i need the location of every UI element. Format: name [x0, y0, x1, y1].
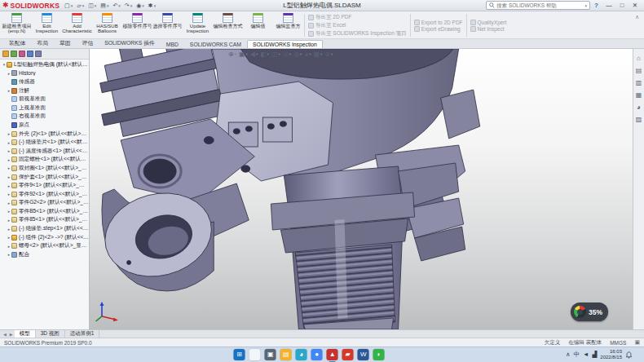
help-search-box[interactable]: ▾ — [486, 1, 590, 10]
propertymanager-tab-icon[interactable] — [11, 51, 17, 57]
search-dropdown-icon[interactable]: ▾ — [585, 3, 588, 8]
tree-component[interactable]: ▸ 零件92<1> (默认<<默认>_显示状态 1>) — [0, 190, 89, 199]
zoom-area-icon[interactable]: ▣▾ — [239, 51, 248, 58]
pane-toggle-icon[interactable]: ▣ — [634, 339, 640, 346]
tree-top-plane[interactable]: 上视基准面 — [0, 104, 89, 113]
close-button[interactable]: ✕ — [629, 0, 642, 11]
update-inspection-button[interactable]: Update Inspection — [183, 12, 213, 38]
open-button[interactable]: ▱▾ — [75, 2, 86, 9]
tree-front-plane[interactable]: 前视基准面 — [0, 95, 89, 104]
browser-button[interactable]: ● — [311, 349, 323, 360]
export-2d-pdf-item[interactable]: 导出至 2D PDF — [308, 14, 407, 21]
tree-history[interactable]: ▸ History — [0, 69, 89, 78]
zoom-fit-icon[interactable]: ⊕▾ — [228, 51, 236, 58]
appearances-icon[interactable]: ◕ — [637, 104, 641, 111]
volume-icon[interactable]: ◄ — [583, 351, 589, 358]
pdf-reader-button[interactable]: ▰ — [342, 349, 354, 360]
configurationmanager-tab-icon[interactable] — [19, 51, 25, 57]
design-library-icon[interactable]: ▤ — [636, 68, 642, 74]
tree-annotations[interactable]: ▸ 注解 — [0, 86, 89, 95]
word-button[interactable]: W — [358, 349, 369, 360]
ime-indicator[interactable]: 中 — [574, 351, 580, 358]
edit-value-button[interactable]: 编辑值 — [243, 12, 273, 38]
tab-assembly[interactable]: 装配体 — [3, 38, 31, 48]
tab-cam[interactable]: SOLIDWORKS CAM — [184, 40, 247, 48]
dimxpertmanager-tab-icon[interactable] — [27, 51, 33, 57]
export-edrawing-item[interactable]: Export eDrawing — [414, 26, 463, 32]
tree-subassembly[interactable]: ▸ (-) 组件 (2)<2> ->? (默认<<默认>_显示状态 1>) — [0, 233, 89, 242]
select-balloons-button[interactable]: 选择零件序号 — [152, 12, 183, 38]
edit-audit-button[interactable]: 编辑监查方 — [273, 12, 303, 38]
tree-sensors[interactable]: 传感器 — [0, 77, 89, 86]
view-orientation-icon[interactable]: ◫▾ — [271, 51, 280, 58]
edge-button[interactable]: ◕ — [296, 349, 307, 360]
tree-component[interactable]: ▸ 零件G2<2> (默认<<默认>_显示状态 1>) — [0, 199, 89, 208]
tree-mates[interactable]: ▸ 配合 — [0, 250, 89, 259]
undo-button[interactable]: ↶▾ — [111, 2, 121, 9]
tab-scroll-right-icon[interactable]: ▶ — [8, 330, 15, 338]
display-style-icon[interactable]: ◎▾ — [283, 51, 291, 58]
taskbar-clock[interactable]: 16:03 2022/8/15 — [600, 349, 622, 360]
previous-view-icon[interactable]: ◀▾ — [250, 51, 258, 58]
rebuild-button[interactable]: ◉▾ — [135, 2, 146, 9]
tree-component[interactable]: ▸ 保护套<1> (默认<<默认>_显示状态 1>) — [0, 173, 89, 182]
help-button[interactable]: ? — [593, 2, 600, 9]
save-button[interactable]: ◫▾ — [86, 2, 98, 9]
edit-inspection-button[interactable]: Edit Inspection — [32, 12, 62, 38]
new-document-button[interactable]: ▢▾ — [63, 2, 74, 9]
edit-appearance-icon[interactable]: ◕▾ — [304, 51, 311, 58]
tree-component[interactable]: ▸ 外壳 (2)<1> (默认<<默认>_显示状态 1>) — [0, 130, 89, 139]
tree-origin[interactable]: 原点 — [0, 121, 89, 130]
custom-properties-icon[interactable]: ▨ — [636, 117, 642, 123]
tree-component[interactable]: ▸ 双封圈<1> (默认<<默认>_显示状态 1>) — [0, 164, 89, 173]
export-inspection-project-item[interactable]: 导出至 SOLIDWORKS Inspection 项目 — [308, 30, 407, 38]
edit-method-button[interactable]: 编辑检查方式 — [213, 12, 243, 38]
maximize-button[interactable]: □ — [615, 0, 629, 11]
model-tab[interactable]: 模型 — [15, 330, 36, 338]
network-icon[interactable]: ▟ — [593, 351, 598, 358]
search-button[interactable]: ○ — [249, 349, 261, 360]
new-inspection-project-button[interactable]: 新建检查项目(emp.N) — [2, 12, 32, 38]
section-view-icon[interactable]: ◧▾ — [260, 51, 269, 58]
file-explorer-button[interactable]: ▤ — [280, 349, 292, 360]
tree-component[interactable]: ▸ 零件85<1> (默认<<默认>_显示状态 1>) — [0, 216, 89, 225]
displaymanager-tab-icon[interactable] — [35, 51, 42, 57]
tree-component[interactable]: ▸ (-) 温度传感器<1> (默认<<默认>_显示状态 1>) — [0, 147, 89, 156]
apply-scene-icon[interactable]: ▦▾ — [313, 51, 322, 58]
tree-component[interactable]: ▸ 固定螺栓<1> (默认<<默认>_显示状态 1>) — [0, 156, 89, 165]
featuremanager-tab-icon[interactable] — [2, 51, 9, 57]
motion-study-tab[interactable]: 运动算例1 — [65, 330, 100, 338]
tab-addins[interactable]: SOLIDWORKS 插件 — [99, 38, 161, 48]
minimize-button[interactable]: — — [602, 0, 615, 11]
net-inspect-item[interactable]: Net Inspect — [470, 26, 507, 32]
solidworks-button[interactable]: ▲ — [327, 349, 338, 360]
hide-show-items-icon[interactable]: ◍▾ — [293, 51, 302, 58]
export-excel-item[interactable]: 导出至 Excel — [308, 22, 407, 29]
view-palette-icon[interactable]: ▦ — [636, 92, 642, 99]
tree-component[interactable]: ▸ 零件9<1> (默认<<默认>_显示状态 1>) — [0, 181, 89, 190]
tab-layout[interactable]: 布局 — [31, 38, 54, 48]
tab-sketch[interactable]: 草图 — [54, 38, 77, 48]
export-to-2d-pdf-item[interactable]: Export to 2D PDF — [414, 20, 463, 25]
tree-component[interactable]: ▸ (-) 绝缘垫.step<1> (默认<<默认>_显示状态 1>) — [0, 224, 89, 233]
3d-model-canvas[interactable] — [90, 49, 633, 329]
units-selector[interactable]: MMGS — [610, 340, 626, 346]
ribbon-collapse-icon[interactable]: ∧ — [632, 12, 642, 22]
graphics-viewport[interactable]: ⊕▾ ▣▾ ◀▾ ◧▾ ◫▾ ◎▾ ◍▾ ◕▾ ▦▾ ⊛▾ — [90, 49, 633, 329]
wechat-button[interactable]: ◗ — [373, 349, 385, 360]
tree-component[interactable]: ▸ 螺母<2> (默认<<默认>_显示状态 1>) — [0, 241, 89, 250]
tab-evaluate[interactable]: 评估 — [77, 38, 99, 48]
view-settings-icon[interactable]: ⊛▾ — [324, 51, 333, 58]
tab-scroll-left-icon[interactable]: ◀ — [2, 330, 8, 338]
tree-component[interactable]: ▸ 零件B5<1> (默认<<默认>_显示状态 1>) — [0, 207, 89, 216]
remove-balloons-button[interactable]: 移除零件序号 — [122, 12, 152, 38]
add-characteristic-button[interactable]: Add Characteristic — [62, 12, 92, 38]
tab-inspection[interactable]: SOLIDWORKS Inspection — [247, 40, 323, 48]
qualityxpert-item[interactable]: QualityXpert — [470, 20, 507, 25]
print-button[interactable]: ▤▾ — [99, 2, 110, 9]
search-input[interactable] — [496, 2, 583, 8]
tree-component[interactable]: ▸ (-) 绝缘垫片<1> (默认<<默认>_显示状态 1>) — [0, 138, 89, 147]
tree-right-plane[interactable]: 右视基准面 — [0, 113, 89, 121]
3d-views-tab[interactable]: 3D 视图 — [36, 330, 65, 338]
tab-mbd[interactable]: MBD — [161, 40, 184, 48]
